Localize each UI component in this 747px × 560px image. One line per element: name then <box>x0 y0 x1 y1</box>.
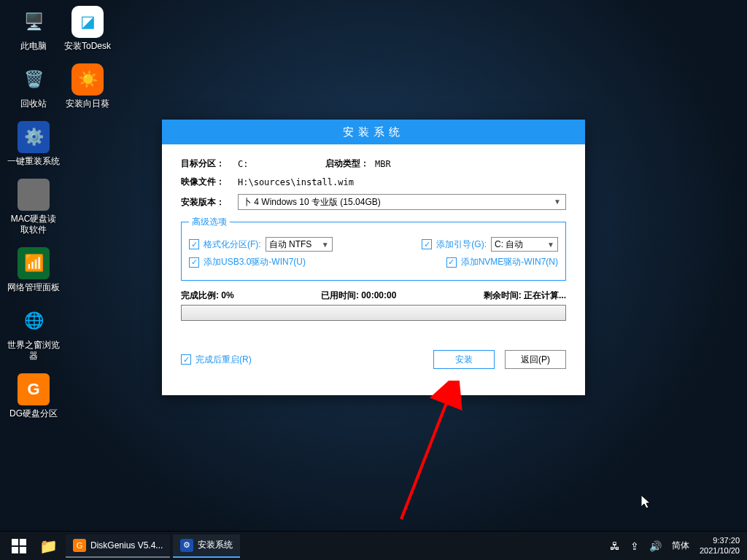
remain-label: 剩余时间: <box>484 290 522 300</box>
install-system-icon: ⚙ <box>180 539 193 552</box>
taskbar-item-install-system[interactable]: ⚙ 安装系统 <box>173 534 240 558</box>
usb-icon[interactable]: ⇪ <box>630 540 639 552</box>
volume-icon[interactable]: 🔊 <box>649 540 662 552</box>
target-partition-value: C: <box>238 159 303 169</box>
system-tray: 🖧 ⇪ 🔊 简体 9:37:20 2021/10/20 <box>610 536 743 555</box>
install-version-select[interactable]: 卜 4 Windows 10 专业版 (15.04GB) ▼ <box>238 194 566 210</box>
target-partition-label: 目标分区： <box>181 158 238 170</box>
svg-line-0 <box>401 388 452 519</box>
progress-pct-value: 0% <box>221 290 233 300</box>
desktop-icon-netpanel[interactable]: 📶网络管理面板 <box>7 247 60 293</box>
progress-bar <box>181 305 566 321</box>
install-version-value: 卜 4 Windows 10 专业版 (15.04GB) <box>243 195 381 209</box>
reboot-after-checkbox[interactable]: ✓完成后重启(R) <box>181 354 252 366</box>
cursor-icon <box>641 495 653 513</box>
add-usb3-checkbox[interactable]: ✓添加USB3.0驱动-WIN7(U) <box>189 256 306 268</box>
annotation-arrow-icon <box>394 381 481 526</box>
add-boot-checkbox[interactable]: ✓添加引导(G): <box>422 238 487 251</box>
add-nvme-checkbox[interactable]: ✓添加NVME驱动-WIN7(N) <box>446 256 558 268</box>
advanced-options-fieldset: 高级选项 ✓格式化分区(F): 自动 NTFS▼ ✓添加引导(G): C: 自动… <box>181 216 566 281</box>
taskbar-clock[interactable]: 9:37:20 2021/10/20 <box>700 536 740 555</box>
format-partition-checkbox[interactable]: ✓格式化分区(F): <box>189 238 261 251</box>
taskbar: 📁 G DiskGenius V5.4... ⚙ 安装系统 🖧 ⇪ 🔊 简体 9… <box>0 531 747 560</box>
desktop-icon-dg[interactable]: GDG硬盘分区 <box>7 373 60 419</box>
folder-icon: 📁 <box>39 537 58 555</box>
add-boot-select[interactable]: C: 自动▼ <box>491 237 558 252</box>
diskgenius-icon: G <box>73 539 86 552</box>
install-button[interactable]: 安装 <box>433 350 495 369</box>
back-button[interactable]: 返回(P) <box>505 350 566 369</box>
clock-time: 9:37:20 <box>700 536 740 545</box>
taskbar-item-label: 安装系统 <box>198 539 233 551</box>
boot-type-label: 启动类型： <box>325 158 369 170</box>
dialog-title: 安装系统 <box>162 120 585 144</box>
chevron-down-icon: ▼ <box>554 195 561 209</box>
desktop-icon-pc[interactable]: 🖥️此电脑 <box>7 6 60 52</box>
desktop-icons-col1: 🖥️此电脑 🗑️回收站 ⚙️一键重装系统 MAC硬盘读取软件 📶网络管理面板 🌐… <box>7 6 60 431</box>
file-explorer-pin[interactable]: 📁 <box>34 532 63 561</box>
chevron-down-icon: ▼ <box>322 241 329 249</box>
taskbar-item-label: DiskGenius V5.4... <box>90 540 163 551</box>
start-button[interactable] <box>4 532 34 561</box>
install-system-dialog: 安装系统 目标分区： C: 启动类型： MBR 映像文件： H:\sources… <box>162 120 585 395</box>
ime-indicator[interactable]: 简体 <box>672 540 689 552</box>
desktop-icon-recycle[interactable]: 🗑️回收站 <box>7 63 60 109</box>
remain-value: 正在计算... <box>524 290 566 300</box>
network-icon[interactable]: 🖧 <box>610 540 620 552</box>
install-version-label: 安装版本： <box>181 196 238 209</box>
desktop-icon-macdisk[interactable]: MAC硬盘读取软件 <box>7 179 60 236</box>
format-fs-select[interactable]: 自动 NTFS▼ <box>266 237 333 252</box>
taskbar-item-diskgenius[interactable]: G DiskGenius V5.4... <box>66 534 170 558</box>
desktop-icon-sunflower[interactable]: ☀️安装向日葵 <box>61 63 114 109</box>
image-file-label: 映像文件： <box>181 176 238 188</box>
elapsed-label: 已用时间: <box>321 290 359 300</box>
windows-logo-icon <box>12 539 26 553</box>
elapsed-value: 00:00:00 <box>361 290 396 300</box>
image-file-value: H:\sources\install.wim <box>238 177 354 187</box>
progress-pct-label: 完成比例: <box>181 290 219 300</box>
advanced-options-legend: 高级选项 <box>189 216 230 228</box>
desktop-icon-browser[interactable]: 🌐世界之窗浏览器 <box>7 305 60 362</box>
chevron-down-icon: ▼ <box>547 241 554 249</box>
desktop-icon-reinstall[interactable]: ⚙️一键重装系统 <box>7 121 60 167</box>
clock-date: 2021/10/20 <box>700 546 740 556</box>
boot-type-value: MBR <box>375 159 391 169</box>
desktop-icon-todesk[interactable]: ◪安装ToDesk <box>61 6 114 52</box>
desktop-icons-col2: ◪安装ToDesk ☀️安装向日葵 <box>61 6 114 121</box>
